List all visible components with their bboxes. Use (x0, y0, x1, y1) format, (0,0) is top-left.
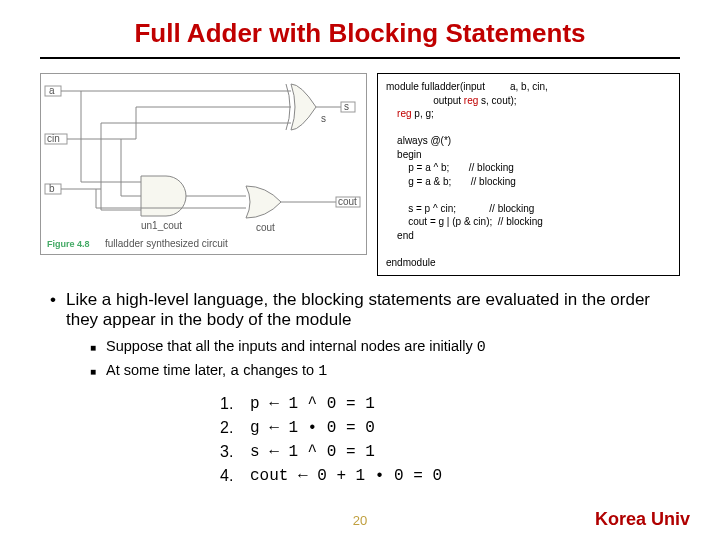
port-cin: cin (47, 133, 60, 144)
step-row: 4.cout ← 0 + 1 • 0 = 0 (220, 464, 680, 488)
bullet-main: • Like a high-level language, the blocki… (50, 290, 680, 330)
square-bullet-icon: ■ (90, 362, 96, 382)
code-line: g = a & b; // blocking (386, 175, 671, 189)
code-line: begin (386, 148, 671, 162)
step-row: 2.g ← 1 • 0 = 0 (220, 416, 680, 440)
step-row: 3.s ← 1 ^ 0 = 1 (220, 440, 680, 464)
code-line: p = a ^ b; // blocking (386, 161, 671, 175)
code-line: s = p ^ cin; // blocking (386, 202, 671, 216)
slide-title: Full Adder with Blocking Statements (40, 18, 680, 49)
code-line: output reg s, cout); (386, 94, 671, 108)
content-row: a b cin s s (40, 73, 680, 276)
port-cout: cout (338, 196, 357, 207)
gate-cout-label: cout (256, 222, 275, 233)
step-row: 1.p ← 1 ^ 0 = 1 (220, 392, 680, 416)
gate-un1: un1_cout (141, 220, 182, 231)
code-line: reg p, g; (386, 107, 671, 121)
code-block: module fulladder(input a, b, cin, output… (377, 73, 680, 276)
title-divider (40, 57, 680, 59)
footer-brand: Korea Univ (595, 509, 690, 530)
code-line: end (386, 229, 671, 243)
port-a: a (49, 85, 55, 96)
evaluation-steps: 1.p ← 1 ^ 0 = 1 2.g ← 1 • 0 = 0 3.s ← 1 … (220, 392, 680, 488)
sub-bullet: ■ Suppose that all the inputs and intern… (90, 338, 680, 358)
square-bullet-icon: ■ (90, 338, 96, 358)
figure-caption: fulladder synthesized circuit (105, 238, 228, 249)
sub-bullet: ■ At some time later, a changes to 1 (90, 362, 680, 382)
gate-s-label: s (321, 113, 326, 124)
circuit-diagram: a b cin s s (40, 73, 367, 255)
code-line: cout = g | (p & cin); // blocking (386, 215, 671, 229)
code-line: module fulladder(input a, b, cin, (386, 80, 671, 94)
code-line: always @(*) (386, 134, 671, 148)
port-s: s (344, 101, 349, 112)
figure-label: Figure 4.8 (47, 239, 90, 249)
sub-bullets: ■ Suppose that all the inputs and intern… (90, 338, 680, 382)
bullet-dot-icon: • (50, 290, 56, 330)
port-b: b (49, 183, 55, 194)
code-line: endmodule (386, 256, 671, 270)
